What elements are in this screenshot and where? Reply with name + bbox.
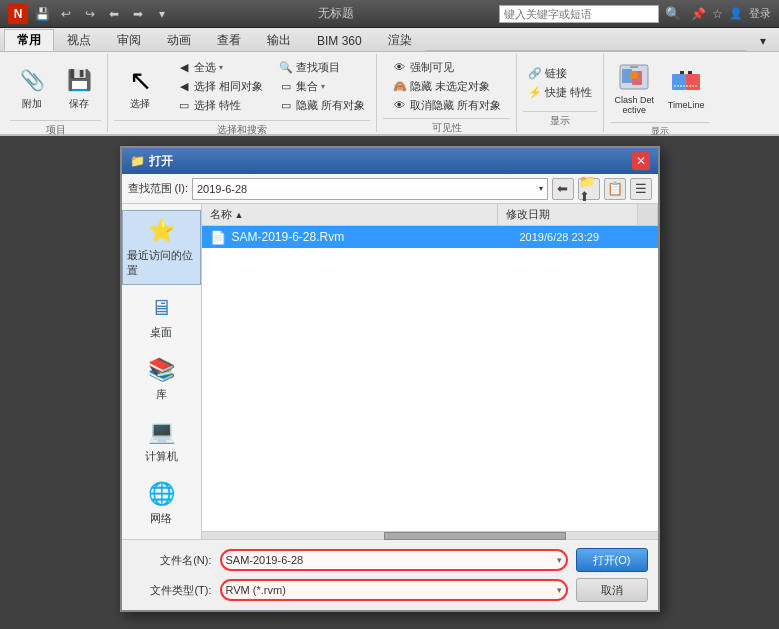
- btn-sets[interactable]: ▭ 集合 ▾: [274, 77, 370, 95]
- user-icon[interactable]: 👤: [729, 7, 743, 20]
- btn-select-large[interactable]: ↖ 选择: [114, 58, 166, 116]
- cancel-button[interactable]: 取消: [576, 578, 648, 602]
- btn-select-same[interactable]: ◀ 选择 相同对象: [172, 77, 268, 95]
- select-large-label: 选择: [130, 98, 150, 110]
- nav-back-btn[interactable]: ⬅: [552, 178, 574, 200]
- select-all-icon: ◀: [177, 60, 191, 74]
- btn-select-all[interactable]: ◀ 全选 ▾: [172, 58, 268, 76]
- filetype-label: 文件类型(T):: [132, 583, 212, 598]
- svg-rect-9: [688, 71, 692, 74]
- select-small-col2: 🔍 查找项目 ▭ 集合 ▾ ▭ 隐藏 所有对象: [274, 58, 370, 114]
- path-dropdown-arrow: ▾: [539, 184, 543, 193]
- file-list-header: 名称 ▲ 修改日期: [202, 204, 658, 226]
- qat-undo[interactable]: ↩: [56, 5, 76, 23]
- app-logo: N: [8, 4, 28, 24]
- tab-common[interactable]: 常用: [4, 29, 54, 51]
- btn-save[interactable]: 💾 保存: [57, 58, 101, 116]
- nav-up-btn[interactable]: 📁⬆: [578, 178, 600, 200]
- dialog-body: ⭐ 最近访问的位置 🖥 桌面 📚 库 💻 计算机: [122, 204, 658, 539]
- col-extra: [638, 204, 658, 225]
- btn-quick-props[interactable]: ⚡ 快捷 特性: [523, 83, 597, 101]
- computer-icon: 💻: [143, 418, 179, 446]
- sidebar-item-recent[interactable]: ⭐ 最近访问的位置: [122, 210, 201, 285]
- recent-icon: ⭐: [143, 217, 179, 245]
- btn-link[interactable]: 🔗 链接: [523, 64, 597, 82]
- btn-clash-detective[interactable]: Clash Detective: [610, 58, 658, 118]
- btn-hide-unselected-vis[interactable]: 🙈 隐藏 未选定对象: [388, 77, 506, 95]
- main-area: 🔺图瓦 📁 打开 ✕ 查找范围 (I): 2019-6-28 ▾ ⬅: [0, 136, 779, 629]
- tab-animation[interactable]: 动画: [154, 29, 204, 51]
- select-same-icon: ◀: [177, 79, 191, 93]
- qat-save[interactable]: 💾: [32, 5, 52, 23]
- save-label: 保存: [69, 98, 89, 110]
- title-search-input[interactable]: [499, 5, 659, 23]
- force-visible-icon: 👁: [393, 60, 407, 74]
- sidebar-item-desktop[interactable]: 🖥 桌面: [122, 287, 201, 347]
- sidebar-item-computer[interactable]: 💻 计算机: [122, 411, 201, 471]
- library-icon: 📚: [143, 356, 179, 384]
- qat-back[interactable]: ⬅: [104, 5, 124, 23]
- col-date[interactable]: 修改日期: [498, 204, 638, 225]
- dialog-overlay: 📁 打开 ✕ 查找范围 (I): 2019-6-28 ▾ ⬅ 📁⬆ 📋 ☰: [0, 136, 779, 629]
- h-scrollbar[interactable]: [202, 531, 658, 539]
- filetype-select[interactable]: RVM (*.rvm) ▾: [220, 579, 568, 601]
- tab-viewpoint[interactable]: 视点: [54, 29, 104, 51]
- file-list-body: 📄 SAM-2019-6-28.Rvm 2019/6/28 23:29: [202, 226, 658, 531]
- qat-redo[interactable]: ↪: [80, 5, 100, 23]
- tab-review[interactable]: 审阅: [104, 29, 154, 51]
- ribbon-group-select: ↖ 选择 ◀ 全选 ▾ ◀ 选择 相同对象 ▭: [108, 54, 377, 132]
- ribbon-content: 📎 附加 💾 保存 项目 ↖ 选择: [0, 52, 779, 134]
- sets-icon: ▭: [279, 79, 293, 93]
- btn-hide-unselected[interactable]: ▭ 隐藏 所有对象: [274, 96, 370, 114]
- sidebar-item-library[interactable]: 📚 库: [122, 349, 201, 409]
- svg-rect-6: [686, 74, 700, 90]
- search-icon[interactable]: 🔍: [665, 6, 681, 21]
- path-combo[interactable]: 2019-6-28 ▾: [192, 178, 548, 200]
- dialog-sidebar: ⭐ 最近访问的位置 🖥 桌面 📚 库 💻 计算机: [122, 204, 202, 539]
- nav-view-btn[interactable]: ☰: [630, 178, 652, 200]
- tab-output[interactable]: 输出: [254, 29, 304, 51]
- file-icon: 📄: [210, 230, 226, 245]
- file-dialog: 📁 打开 ✕ 查找范围 (I): 2019-6-28 ▾ ⬅ 📁⬆ 📋 ☰: [120, 146, 660, 612]
- dialog-title-text: 📁 打开: [130, 153, 173, 170]
- svg-rect-8: [680, 71, 684, 74]
- btn-select-props[interactable]: ▭ 选择 特性: [172, 96, 268, 114]
- col-name[interactable]: 名称 ▲: [202, 204, 498, 225]
- btn-force-visible[interactable]: 👁 强制可见: [388, 58, 506, 76]
- filename-input[interactable]: SAM-2019-6-28 ▾: [220, 549, 568, 571]
- visibility-group-label: 可见性: [383, 118, 510, 137]
- tab-bim360[interactable]: BIM 360: [304, 29, 375, 51]
- look-in-label: 查找范围 (I):: [128, 181, 189, 196]
- tab-expand[interactable]: ▾: [747, 29, 779, 51]
- filetype-dropdown: ▾: [557, 585, 562, 595]
- ribbon-group-display: 🔗 链接 ⚡ 快捷 特性 显示: [517, 54, 604, 132]
- file-name: SAM-2019-6-28.Rvm: [232, 230, 520, 244]
- btn-attach[interactable]: 📎 附加: [10, 58, 54, 116]
- tab-view[interactable]: 查看: [204, 29, 254, 51]
- login-label[interactable]: 登录: [749, 6, 771, 21]
- title-bar: N 💾 ↩ ↪ ⬅ ➡ ▾ 无标题 🔍 📌 ☆ 👤 登录: [0, 0, 779, 28]
- scroll-thumb[interactable]: [384, 532, 566, 540]
- dialog-close-button[interactable]: ✕: [632, 152, 650, 170]
- btn-timeline[interactable]: TimeLine: [662, 58, 710, 118]
- tab-render[interactable]: 渲染: [375, 29, 425, 51]
- show-all-icon: 👁: [393, 98, 407, 112]
- svg-rect-5: [672, 74, 686, 90]
- hide-unselected-icon: ▭: [279, 98, 293, 112]
- qat-forward[interactable]: ➡: [128, 5, 148, 23]
- ribbon-tabs: 常用 视点 审阅 动画 查看 输出 BIM 360 渲染 ▾: [0, 28, 779, 52]
- file-row[interactable]: 📄 SAM-2019-6-28.Rvm 2019/6/28 23:29: [202, 226, 658, 248]
- attach-label: 附加: [22, 98, 42, 110]
- btn-show-all[interactable]: 👁 取消隐藏 所有对象: [388, 96, 506, 114]
- btn-find[interactable]: 🔍 查找项目: [274, 58, 370, 76]
- nav-new-btn[interactable]: 📋: [604, 178, 626, 200]
- save-icon: 💾: [63, 64, 95, 96]
- filename-dropdown: ▾: [557, 555, 562, 565]
- qat-dropdown[interactable]: ▾: [152, 5, 172, 23]
- pin-icon[interactable]: 📌: [691, 7, 706, 21]
- star-icon[interactable]: ☆: [712, 7, 723, 21]
- sidebar-item-network[interactable]: 🌐 网络: [122, 473, 201, 533]
- open-button[interactable]: 打开(O): [576, 548, 648, 572]
- filename-row: 文件名(N): SAM-2019-6-28 ▾ 打开(O): [132, 548, 648, 572]
- clash-detective-label: Clash Detective: [613, 95, 655, 115]
